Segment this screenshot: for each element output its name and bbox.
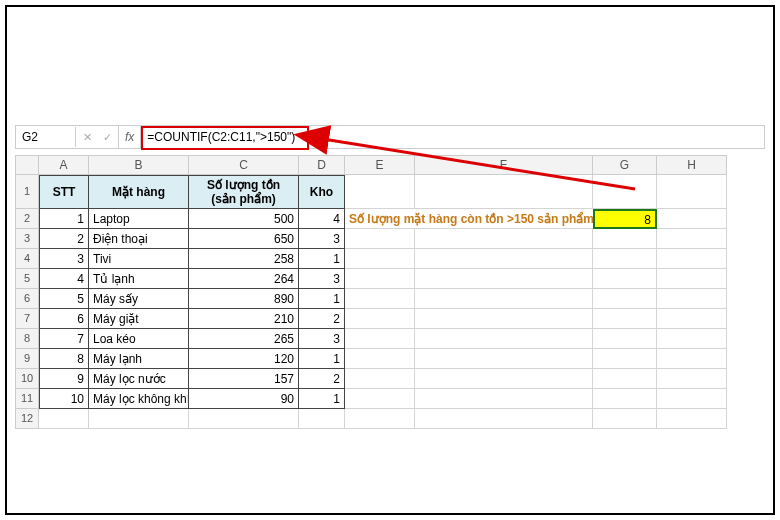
cell[interactable]	[593, 409, 657, 429]
col-header-f[interactable]: F	[415, 155, 593, 175]
cell[interactable]	[593, 175, 657, 209]
row-header[interactable]: 10	[15, 369, 39, 389]
cell[interactable]	[593, 349, 657, 369]
cell-mathang[interactable]: Máy lọc không khí	[89, 389, 189, 409]
row-header[interactable]: 3	[15, 229, 39, 249]
cell[interactable]	[657, 175, 727, 209]
cell[interactable]	[593, 329, 657, 349]
cell-kho[interactable]: 1	[299, 249, 345, 269]
cell[interactable]	[593, 289, 657, 309]
cell-stt[interactable]: 10	[39, 389, 89, 409]
cell-mathang[interactable]: Điện thoại	[89, 229, 189, 249]
cell[interactable]	[657, 209, 727, 229]
header-mathang[interactable]: Mặt hàng	[89, 175, 189, 209]
cell[interactable]	[593, 269, 657, 289]
col-header-b[interactable]: B	[89, 155, 189, 175]
cell[interactable]	[345, 409, 415, 429]
cell[interactable]	[657, 309, 727, 329]
header-soluong[interactable]: Số lượng tồn (sản phẩm)	[189, 175, 299, 209]
cell[interactable]	[657, 269, 727, 289]
cell[interactable]	[415, 269, 593, 289]
cell[interactable]	[593, 369, 657, 389]
cell[interactable]	[415, 349, 593, 369]
cell[interactable]	[415, 409, 593, 429]
cell-mathang[interactable]: Tủ lạnh	[89, 269, 189, 289]
cell-soluong[interactable]: 264	[189, 269, 299, 289]
formula-input[interactable]: =COUNTIF(C2:C11,">150")	[141, 128, 764, 146]
cell-stt[interactable]: 9	[39, 369, 89, 389]
cell[interactable]	[657, 349, 727, 369]
cell[interactable]	[415, 309, 593, 329]
col-header-e[interactable]: E	[345, 155, 415, 175]
row-header[interactable]: 7	[15, 309, 39, 329]
fx-label[interactable]: fx	[118, 126, 141, 148]
cell[interactable]	[657, 389, 727, 409]
cell[interactable]	[415, 369, 593, 389]
cell-mathang[interactable]: Loa kéo	[89, 329, 189, 349]
cell[interactable]	[657, 229, 727, 249]
header-kho[interactable]: Kho	[299, 175, 345, 209]
cell-kho[interactable]: 1	[299, 349, 345, 369]
cell-soluong[interactable]: 210	[189, 309, 299, 329]
cell[interactable]	[593, 389, 657, 409]
row-header[interactable]: 1	[15, 175, 39, 209]
cell-soluong[interactable]: 500	[189, 209, 299, 229]
cell[interactable]	[39, 409, 89, 429]
cell[interactable]	[89, 409, 189, 429]
cell[interactable]	[345, 289, 415, 309]
cell-kho[interactable]: 1	[299, 389, 345, 409]
cell-soluong[interactable]: 890	[189, 289, 299, 309]
cell-mathang[interactable]: Laptop	[89, 209, 189, 229]
cell-stt[interactable]: 6	[39, 309, 89, 329]
cell-mathang[interactable]: Tivi	[89, 249, 189, 269]
result-cell[interactable]: 8	[593, 209, 657, 229]
cell-kho[interactable]: 1	[299, 289, 345, 309]
cell-mathang[interactable]: Máy lọc nước	[89, 369, 189, 389]
cell[interactable]	[415, 389, 593, 409]
cell-stt[interactable]: 3	[39, 249, 89, 269]
accept-icon[interactable]: ✓	[100, 131, 114, 144]
cells-area[interactable]: STT Mặt hàng Số lượng tồn (sản phẩm) Kho…	[39, 175, 765, 429]
cell-stt[interactable]: 5	[39, 289, 89, 309]
cell[interactable]	[345, 389, 415, 409]
name-box[interactable]: G2	[16, 127, 76, 147]
header-stt[interactable]: STT	[39, 175, 89, 209]
cell-mathang[interactable]: Máy sấy	[89, 289, 189, 309]
cell-kho[interactable]: 3	[299, 269, 345, 289]
cell[interactable]	[593, 249, 657, 269]
cell-kho[interactable]: 2	[299, 369, 345, 389]
row-header[interactable]: 11	[15, 389, 39, 409]
cell-mathang[interactable]: Máy lạnh	[89, 349, 189, 369]
cell-mathang[interactable]: Máy giặt	[89, 309, 189, 329]
cell-kho[interactable]: 2	[299, 309, 345, 329]
cell-soluong[interactable]: 650	[189, 229, 299, 249]
cell-soluong[interactable]: 120	[189, 349, 299, 369]
cell[interactable]	[657, 329, 727, 349]
cell[interactable]	[593, 229, 657, 249]
col-header-a[interactable]: A	[39, 155, 89, 175]
cell[interactable]	[657, 249, 727, 269]
col-header-h[interactable]: H	[657, 155, 727, 175]
cell-soluong[interactable]: 90	[189, 389, 299, 409]
cell[interactable]	[657, 409, 727, 429]
cell[interactable]	[415, 289, 593, 309]
cell-kho[interactable]: 3	[299, 229, 345, 249]
cell[interactable]	[345, 309, 415, 329]
cell[interactable]	[593, 309, 657, 329]
cell[interactable]	[415, 175, 593, 209]
cell-stt[interactable]: 4	[39, 269, 89, 289]
cell[interactable]	[657, 289, 727, 309]
cancel-icon[interactable]: ✕	[80, 131, 94, 144]
col-header-c[interactable]: C	[189, 155, 299, 175]
cell-stt[interactable]: 7	[39, 329, 89, 349]
row-header[interactable]: 12	[15, 409, 39, 429]
cell[interactable]	[345, 269, 415, 289]
cell[interactable]	[345, 229, 415, 249]
cell[interactable]	[299, 409, 345, 429]
cell-stt[interactable]: 2	[39, 229, 89, 249]
cell[interactable]	[415, 249, 593, 269]
select-all-corner[interactable]	[15, 155, 39, 175]
note-label[interactable]: Số lượng mặt hàng còn tồn >150 sản phẩm:	[345, 209, 593, 229]
cell[interactable]	[345, 175, 415, 209]
cell[interactable]	[345, 249, 415, 269]
